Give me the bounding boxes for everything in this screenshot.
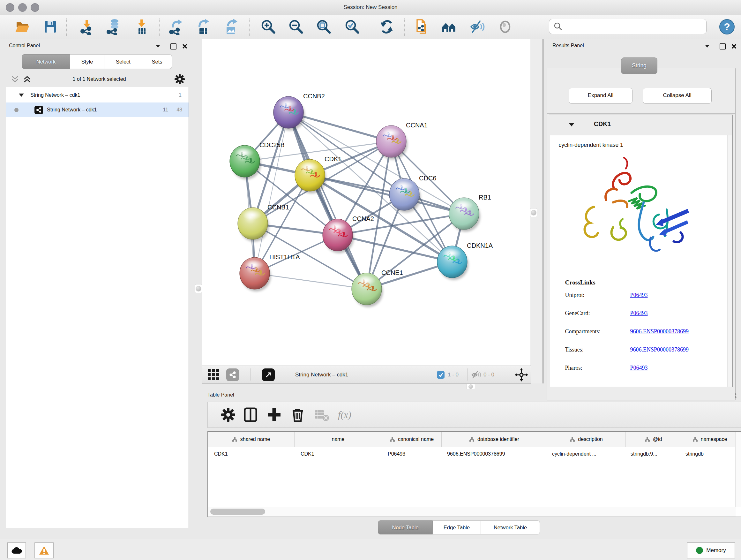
node-CCNB2[interactable]: CCNB2 (273, 92, 325, 131)
share-document-icon[interactable] (414, 18, 430, 35)
table-vertical-scrollbar[interactable] (735, 432, 741, 507)
column-header-shared-name[interactable]: shared name (208, 432, 294, 447)
crosslink-pharos-link[interactable]: P06493 (630, 365, 648, 371)
create-column-plus-icon[interactable] (266, 407, 282, 423)
scrollbar-thumb[interactable] (210, 509, 265, 515)
column-header--id[interactable]: @id (626, 432, 681, 447)
collapse-all-networks-icon[interactable] (11, 75, 19, 83)
function-builder-icon-disabled: f(x) (338, 407, 367, 423)
search-input[interactable] (566, 20, 701, 33)
network-collection-row[interactable]: String Network – cdk1 1 (6, 88, 189, 103)
cell-namespace[interactable]: stringdb (679, 448, 737, 460)
cloud-status-button[interactable] (7, 543, 26, 558)
zoom-out-icon[interactable] (287, 18, 304, 35)
tab-edge-table[interactable]: Edge Table (433, 520, 481, 535)
results-panel-close-button[interactable] (730, 42, 738, 51)
crosslink-uniprot-link[interactable]: P06493 (630, 292, 648, 299)
warning-status-button[interactable] (35, 543, 54, 558)
edge-CCNB2-CCNE1[interactable] (288, 112, 367, 289)
column-header-namespace[interactable]: namespace (681, 432, 739, 447)
hide-graphics-details-icon[interactable] (469, 18, 486, 35)
cell-canonical-name[interactable]: P06493 (381, 448, 441, 460)
node-HIST1H1A[interactable]: HIST1H1A (240, 253, 300, 292)
column-header-name[interactable]: name (294, 432, 382, 447)
import-network-database-icon[interactable] (105, 18, 122, 35)
results-panel-maximize-button[interactable] (718, 42, 727, 51)
node-CCNE1[interactable]: CCNE1 (352, 269, 403, 307)
bottom-splitter-handle[interactable] (466, 384, 475, 389)
right-splitter-handle[interactable] (530, 208, 537, 217)
save-session-icon[interactable] (42, 18, 59, 35)
export-image-icon[interactable] (223, 18, 239, 35)
expand-all-button[interactable]: Expand All (569, 88, 632, 104)
cell--id[interactable]: stringdb:9... (624, 448, 679, 460)
show-columns-icon[interactable] (242, 407, 259, 423)
tab-network[interactable]: Network (22, 54, 70, 69)
export-table-icon[interactable] (195, 18, 212, 35)
node-CDKN1A[interactable]: CDKN1A (437, 242, 493, 280)
help-icon[interactable]: ? (719, 18, 735, 35)
cell-description[interactable]: cyclin-dependent ... (546, 448, 624, 460)
string-home-icon[interactable] (441, 18, 458, 35)
edge-CDK1-RB1[interactable] (310, 175, 464, 213)
memory-status-button[interactable]: Memory (687, 543, 735, 558)
zoom-in-icon[interactable] (260, 18, 276, 35)
control-panel-close-button[interactable] (181, 42, 189, 51)
cdk1-collapse-caret[interactable] (569, 123, 574, 126)
results-scrollbar[interactable] (727, 135, 732, 387)
cell-database-identifier[interactable]: 9606.ENSP00000378699 (441, 448, 546, 460)
network-canvas[interactable]: CCNB2CCNA1CDC25BCDK1CDC6RB1CCNB1CCNA2CDK… (202, 39, 531, 366)
open-in-window-icon[interactable] (262, 368, 275, 381)
control-panel-maximize-button[interactable] (169, 42, 178, 51)
table-horizontal-scrollbar[interactable] (208, 507, 736, 516)
crosslink-genecard-link[interactable]: P06493 (630, 310, 648, 317)
edge-CCNB2-HIST1H1A[interactable] (255, 112, 288, 273)
protein-description: cyclin-dependent kinase 1 (559, 142, 623, 148)
table-row[interactable]: CDK1CDK1P064939606.ENSP00000378699cyclin… (208, 448, 736, 460)
cell-name[interactable]: CDK1 (294, 448, 381, 460)
show-graphics-details-icon[interactable] (497, 18, 514, 35)
collapse-all-button[interactable]: Collapse All (643, 88, 712, 104)
network-row-selected[interactable]: String Network – cdk1 11 48 (6, 103, 189, 117)
string-badge-icon[interactable] (226, 368, 239, 381)
open-session-icon[interactable] (14, 18, 30, 35)
tab-node-table[interactable]: Node Table (378, 520, 433, 535)
left-splitter-handle[interactable] (195, 284, 202, 293)
node-CCNA1[interactable]: CCNA1 (376, 122, 428, 160)
node-RB1[interactable]: RB1 (449, 194, 491, 232)
separator (509, 368, 509, 381)
delete-column-trash-icon[interactable] (289, 407, 306, 423)
tab-network-table[interactable]: Network Table (481, 520, 540, 535)
tab-style[interactable]: Style (70, 54, 105, 69)
results-panel-float-button[interactable] (703, 42, 711, 51)
expand-all-networks-icon[interactable] (23, 75, 31, 83)
tab-sets[interactable]: Sets (142, 54, 172, 69)
cdk1-section-header[interactable]: CDK1 (549, 115, 732, 135)
column-header-description[interactable]: description (547, 432, 626, 447)
pan-crosshair-icon[interactable] (515, 368, 528, 381)
apply-preferred-layout-icon[interactable] (379, 18, 395, 35)
column-header-canonical-name[interactable]: canonical name (382, 432, 442, 447)
crosslink-compartments-link[interactable]: 9606.ENSP00000378699 (630, 328, 689, 335)
cell-shared-name[interactable]: CDK1 (208, 448, 294, 460)
selected-checkbox-icon[interactable] (437, 371, 445, 379)
birds-eye-grid-icon[interactable] (207, 368, 220, 381)
column-header-database-identifier[interactable]: database identifier (442, 432, 547, 447)
import-network-file-icon[interactable] (78, 18, 95, 35)
network-options-gear-icon[interactable] (174, 74, 185, 84)
zoom-selected-icon[interactable] (344, 18, 360, 35)
table-options-gear-icon[interactable] (220, 407, 237, 423)
edge-CCNA2-CDKN1A[interactable] (338, 235, 452, 262)
export-network-icon[interactable] (167, 18, 184, 35)
import-table-file-icon[interactable] (133, 18, 150, 35)
node-CCNA2[interactable]: CCNA2 (323, 215, 374, 253)
control-panel-float-button[interactable] (154, 42, 162, 51)
crosslink-tissues-link[interactable]: 9606.ENSP00000378699 (630, 347, 689, 353)
collection-expand-caret[interactable] (19, 94, 24, 97)
tab-string[interactable]: String (621, 57, 657, 74)
node-CCNB1[interactable]: CCNB1 (238, 204, 289, 242)
crosslink-row: Uniprot:P06493 (550, 292, 732, 301)
zoom-fit-content-icon[interactable] (315, 18, 332, 35)
tab-select[interactable]: Select (105, 54, 142, 69)
edge-CCNE1-HIST1H1A[interactable] (255, 273, 367, 289)
